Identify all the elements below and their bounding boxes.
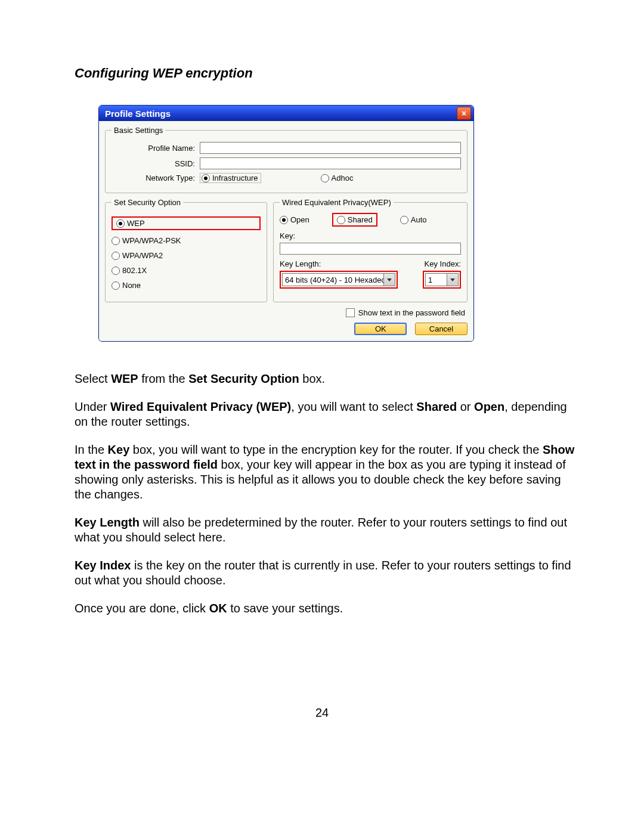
instruction-p1: Select WEP from the Set Security Option … [75, 371, 575, 386]
radio-open-label: Open [290, 215, 309, 224]
radio-shared-label: Shared [348, 215, 373, 224]
radio-infrastructure-label: Infrastructure [212, 174, 258, 182]
text: In the [75, 443, 108, 456]
wep-key-input[interactable] [280, 243, 461, 255]
text: Once you are done, click [75, 602, 209, 615]
text-bold: Key [108, 443, 130, 456]
radio-dot-icon [321, 174, 329, 182]
radio-none-label: None [122, 281, 141, 290]
close-icon[interactable]: × [457, 107, 471, 120]
text-bold: OK [209, 602, 227, 615]
radio-infrastructure[interactable]: Infrastructure [200, 173, 261, 183]
chevron-down-icon [447, 274, 458, 286]
text-bold: Set Security Option [188, 372, 299, 385]
basic-settings-legend: Basic Settings [112, 126, 165, 135]
key-index-highlight: 1 [423, 271, 461, 289]
text: or [457, 400, 474, 413]
section-heading: Configuring WEP encryption [75, 66, 575, 81]
key-length-label: Key Length: [280, 259, 321, 268]
show-text-checkbox[interactable]: Show text in the password field [346, 308, 465, 317]
instruction-p2: Under Wired Equivalent Privacy (WEP), yo… [75, 400, 575, 429]
text: , you will want to select [291, 400, 416, 413]
key-index-label: Key Index: [425, 259, 461, 268]
ssid-input[interactable] [200, 157, 461, 169]
key-index-value: 1 [426, 275, 447, 284]
key-length-highlight: 64 bits (40+24) - 10 Hexadeci [280, 271, 398, 289]
text-bold: Wired Equivalent Privacy (WEP) [110, 400, 291, 413]
profile-name-label: Profile Name: [112, 144, 200, 153]
radio-dot-icon [112, 267, 120, 275]
text: box, you will want to type in the encryp… [129, 443, 543, 456]
key-length-select[interactable]: 64 bits (40+24) - 10 Hexadeci [282, 273, 395, 286]
radio-wep[interactable]: WEP [112, 216, 261, 230]
instruction-p6: Once you are done, click OK to save your… [75, 601, 575, 616]
radio-wpa-psk[interactable]: WPA/WPA2-PSK [112, 236, 261, 245]
radio-wpa[interactable]: WPA/WPA2 [112, 251, 261, 260]
radio-wpa-psk-label: WPA/WPA2-PSK [122, 236, 181, 245]
radio-dot-icon [280, 216, 288, 224]
text-bold: Shared [416, 400, 457, 413]
radio-wep-label: WEP [127, 219, 145, 228]
basic-settings-group: Basic Settings Profile Name: SSID: Netwo… [105, 126, 467, 193]
ssid-label: SSID: [112, 159, 200, 168]
key-index-select[interactable]: 1 [425, 273, 459, 286]
radio-8021x-label: 802.1X [122, 266, 147, 275]
show-text-label: Show text in the password field [358, 308, 465, 317]
chevron-down-icon [383, 274, 395, 286]
radio-dot-icon [400, 216, 408, 224]
profile-name-input[interactable] [200, 142, 461, 154]
dialog-title: Profile Settings [105, 109, 171, 119]
radio-none[interactable]: None [112, 281, 261, 290]
text: from the [138, 372, 188, 385]
text: Under [75, 400, 110, 413]
radio-8021x[interactable]: 802.1X [112, 266, 261, 275]
cancel-button[interactable]: Cancel [415, 323, 467, 335]
radio-dot-icon [202, 174, 210, 182]
text: will also be predetermined by the router… [75, 516, 567, 544]
radio-dot-icon [337, 216, 345, 224]
key-label: Key: [280, 231, 295, 240]
radio-wpa-label: WPA/WPA2 [122, 251, 163, 260]
network-type-label: Network Type: [112, 174, 200, 182]
security-option-group: Set Security Option WEP WPA/WPA2-PSK [105, 198, 267, 302]
radio-auto[interactable]: Auto [400, 215, 427, 224]
page-number: 24 [0, 706, 644, 720]
text: to save your settings. [227, 602, 343, 615]
text-bold: Key Index [75, 559, 131, 572]
titlebar: Profile Settings × [99, 106, 473, 121]
wep-group: Wired Equivalent Privacy(WEP) Open Share… [273, 198, 467, 302]
text-bold: WEP [111, 372, 138, 385]
radio-dot-icon [116, 219, 125, 228]
key-length-value: 64 bits (40+24) - 10 Hexadeci [283, 275, 383, 284]
text-bold: Key Length [75, 516, 140, 529]
radio-adhoc-label: Adhoc [332, 174, 354, 182]
radio-dot-icon [112, 252, 120, 260]
radio-open[interactable]: Open [280, 215, 309, 224]
security-option-legend: Set Security Option [112, 198, 183, 207]
radio-shared[interactable]: Shared [332, 213, 377, 227]
instruction-p5: Key Index is the key on the router that … [75, 558, 575, 588]
ok-button[interactable]: OK [354, 323, 407, 335]
radio-dot-icon [112, 237, 120, 245]
profile-settings-dialog: Profile Settings × Basic Settings Profil… [98, 105, 474, 342]
text-bold: Open [474, 400, 504, 413]
text: box. [299, 372, 325, 385]
instruction-p3: In the Key box, you will want to type in… [75, 442, 575, 502]
text: is the key on the router that is current… [75, 559, 571, 587]
instruction-p4: Key Length will also be predetermined by… [75, 515, 575, 545]
text: Select [75, 372, 111, 385]
radio-dot-icon [112, 281, 120, 290]
radio-adhoc[interactable]: Adhoc [321, 174, 354, 182]
wep-legend: Wired Equivalent Privacy(WEP) [280, 198, 394, 207]
checkbox-box-icon [346, 308, 355, 317]
radio-auto-label: Auto [411, 215, 427, 224]
